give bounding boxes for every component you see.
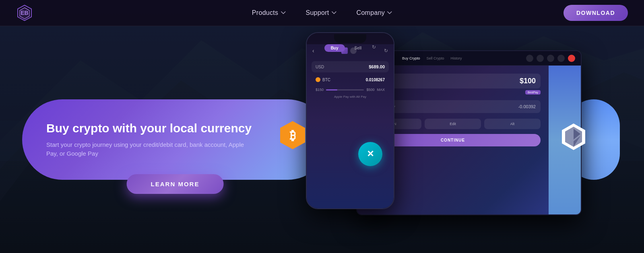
- tablet-right-icons: [526, 55, 575, 62]
- nav-links: Products Support Company: [252, 9, 392, 16]
- svg-text:₿: ₿: [290, 129, 296, 142]
- logo-icon: EB: [16, 4, 33, 21]
- phone-content: USD $689.00 BTC 0.0108267 $150 $500: [312, 61, 389, 99]
- company-label: Company: [357, 9, 385, 16]
- tablet-icon-2: [537, 55, 544, 62]
- xrp-icon: ✕: [358, 142, 382, 166]
- tablet-to-amount: -0.00392: [518, 104, 536, 109]
- chevron-down-icon: [332, 11, 336, 14]
- hero-section: Buy crypto with your local currency Star…: [0, 26, 644, 253]
- btc-label-text: BTC: [322, 78, 330, 82]
- phone-notch: [334, 34, 366, 43]
- tablet-close-icon[interactable]: [568, 55, 575, 62]
- phone-tabs: Buy Sell ↻: [307, 44, 394, 52]
- phone-slider: $150 $500 MAX: [316, 88, 385, 92]
- chevron-down-icon: [387, 11, 392, 14]
- tablet-tab-history[interactable]: History: [451, 56, 462, 60]
- tablet-tabs: Buy Crypto Sell Crypto History: [402, 56, 462, 60]
- slider-mid: $500: [366, 88, 374, 92]
- tablet-tab-sell[interactable]: Sell Crypto: [427, 56, 444, 60]
- eth-hex-svg: [559, 123, 588, 151]
- btc-hex-svg: ₿: [278, 120, 308, 150]
- phone-tab-sell[interactable]: Sell: [348, 44, 368, 52]
- hero-title: Buy crypto with your local currency: [46, 121, 304, 136]
- phone-btc-row: BTC 0.0108267: [312, 75, 389, 84]
- logo[interactable]: EB: [16, 4, 33, 21]
- phone-usd-label: USD: [316, 65, 324, 69]
- slider-fill: [326, 89, 337, 91]
- navbar: EB Products Support Company DOWNLOAD: [0, 0, 644, 26]
- phone-btc-label: BTC: [316, 77, 330, 82]
- xrp-symbol: ✕: [367, 149, 374, 159]
- nav-item-company[interactable]: Company: [357, 9, 392, 16]
- slider-track[interactable]: [326, 89, 364, 91]
- slider-max: MAX: [377, 88, 385, 92]
- phone-status-bar: [307, 33, 394, 44]
- tablet-method-badge: BestPay: [525, 90, 541, 95]
- phone-tab-buy[interactable]: Buy: [324, 44, 345, 52]
- ethereum-icon: [559, 123, 588, 151]
- phone-pay-text: Apple Pay with Alt Pay: [312, 95, 389, 99]
- nav-item-products[interactable]: Products: [252, 9, 286, 16]
- tablet-icon-1: [526, 55, 533, 62]
- products-label: Products: [252, 9, 279, 16]
- slider-min: $150: [316, 88, 324, 92]
- btc-dot: [316, 77, 320, 82]
- support-label: Support: [305, 9, 329, 16]
- chevron-down-icon: [281, 11, 285, 14]
- bitcoin-icon: ₿: [278, 120, 308, 150]
- hero-subtitle: Start your crypto journey using your cre…: [46, 140, 248, 158]
- phone-screen: ‹ ↻ Buy Sell ↻ USD $689.00: [307, 33, 394, 208]
- download-button[interactable]: DOWNLOAD: [564, 5, 628, 21]
- tablet-pay-btn-2[interactable]: Edit: [425, 119, 481, 129]
- nav-item-support[interactable]: Support: [305, 9, 336, 16]
- phone-usd-value: $689.00: [369, 64, 385, 69]
- phone-refresh-tab: ↻: [372, 44, 376, 52]
- tablet-icon-4: [557, 55, 565, 62]
- phone-usd-row: USD $689.00: [312, 61, 389, 72]
- tablet-tab-buy[interactable]: Buy Crypto: [402, 56, 420, 60]
- phone-btc-value: 0.0108267: [366, 78, 385, 82]
- tablet-icon-3: [547, 55, 554, 62]
- learn-more-button[interactable]: LEARN MORE: [127, 174, 224, 194]
- svg-text:EB: EB: [21, 10, 28, 16]
- tablet-from-amount: $100: [520, 77, 536, 85]
- tablet-pay-btn-3[interactable]: Alt: [484, 119, 541, 129]
- phone-mockup: ‹ ↻ Buy Sell ↻ USD $689.00: [306, 32, 394, 209]
